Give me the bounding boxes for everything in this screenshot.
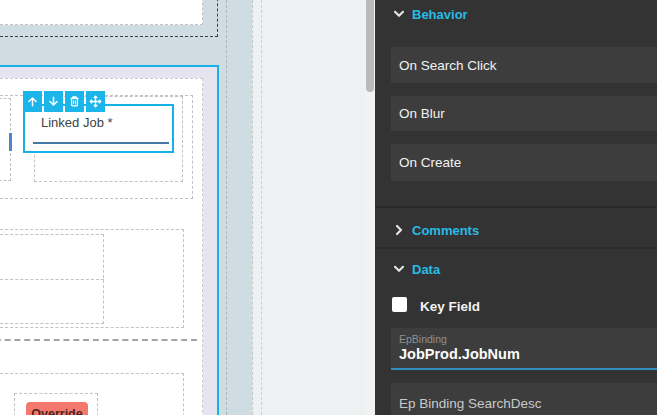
section-behavior-title: Behavior xyxy=(412,7,468,22)
canvas-gutter-panel xyxy=(252,0,365,415)
chevron-down-icon xyxy=(393,8,405,20)
section-comments[interactable]: Comments xyxy=(375,216,657,244)
properties-panel: Behavior On Search Click On Blur On Crea… xyxy=(375,0,657,415)
on-blur-label: On Blur xyxy=(399,106,445,121)
linked-job-underline xyxy=(33,142,169,144)
override-button-label: Override xyxy=(31,407,82,415)
chevron-down-icon xyxy=(393,263,405,275)
canvas-scrollbar[interactable] xyxy=(365,0,375,415)
override-button[interactable]: Override xyxy=(26,402,88,415)
trash-icon xyxy=(67,94,82,109)
move-down-button[interactable] xyxy=(44,91,63,112)
key-field-checkbox[interactable] xyxy=(392,297,407,312)
layout-cell-divider xyxy=(0,279,104,280)
key-field-label: Key Field xyxy=(420,299,480,314)
arrow-up-icon xyxy=(25,94,40,109)
canvas-outline-dark xyxy=(0,0,218,37)
ep-binding-searchdesc-label: Ep Binding SearchDesc xyxy=(399,396,542,411)
delete-button[interactable] xyxy=(65,91,84,112)
canvas-guide-line xyxy=(226,0,227,415)
section-data-title: Data xyxy=(412,262,440,277)
section-data[interactable]: Data xyxy=(375,255,657,283)
ep-binding-field[interactable]: EpBinding JobProd.JobNum xyxy=(391,328,657,370)
drop-indicator xyxy=(9,133,12,151)
chevron-right-icon xyxy=(393,224,405,236)
widget-toolbar xyxy=(23,91,105,112)
on-search-click-label: On Search Click xyxy=(399,58,497,73)
ep-binding-field-label: EpBinding xyxy=(399,333,649,345)
arrow-down-icon xyxy=(46,94,61,109)
move-button[interactable] xyxy=(86,91,105,112)
gutter-guide-line xyxy=(261,0,262,415)
canvas-scrollbar-thumb[interactable] xyxy=(366,0,374,92)
on-search-click-row[interactable]: On Search Click xyxy=(391,47,657,83)
on-create-row[interactable]: On Create xyxy=(391,144,657,181)
linked-job-label: Linked Job * xyxy=(41,115,113,130)
move-up-button[interactable] xyxy=(23,91,42,112)
ep-binding-input[interactable]: JobProd.JobNum xyxy=(399,345,649,363)
design-canvas[interactable]: Linked Job * Override xyxy=(0,0,375,415)
section-behavior[interactable]: Behavior xyxy=(375,0,657,28)
on-blur-row[interactable]: On Blur xyxy=(391,96,657,131)
section-divider xyxy=(375,206,657,208)
ep-binding-searchdesc-field[interactable]: Ep Binding SearchDesc xyxy=(391,383,657,415)
section-divider xyxy=(375,247,657,249)
section-comments-title: Comments xyxy=(412,223,479,238)
move-icon xyxy=(88,94,103,109)
form-content-area: Linked Job * Override xyxy=(0,78,203,415)
on-create-label: On Create xyxy=(399,155,461,170)
selected-panel-container[interactable]: Linked Job * Override xyxy=(0,65,219,415)
layout-section-divider xyxy=(0,339,197,341)
